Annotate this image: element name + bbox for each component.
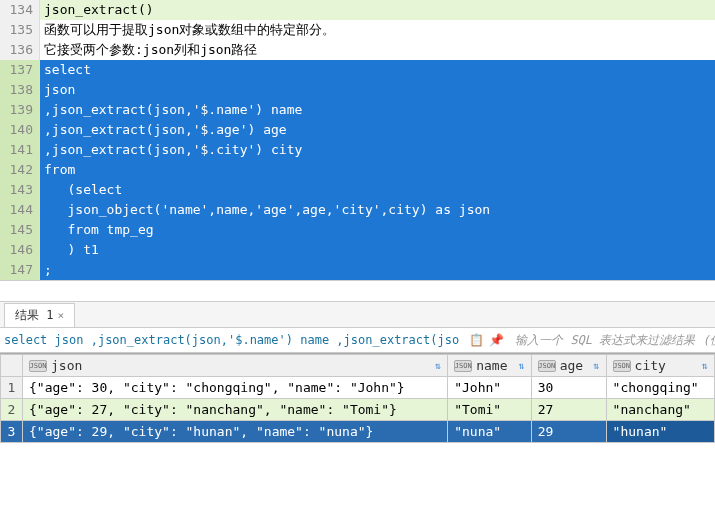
- code-text[interactable]: 函数可以用于提取json对象或数组中的特定部分。: [40, 20, 715, 40]
- code-line[interactable]: 136它接受两个参数:json列和json路径: [0, 40, 715, 60]
- code-line[interactable]: 135函数可以用于提取json对象或数组中的特定部分。: [0, 20, 715, 40]
- line-number: 136: [0, 40, 40, 60]
- line-number: 137: [0, 60, 40, 80]
- column-label: age: [560, 358, 583, 373]
- line-number: 138: [0, 80, 40, 100]
- code-text[interactable]: json_object('name',name,'age',age,'city'…: [40, 200, 715, 220]
- cell-city[interactable]: "hunan": [606, 421, 714, 443]
- close-icon[interactable]: ×: [57, 309, 64, 322]
- code-text[interactable]: ,json_extract(json,'$.name') name: [40, 100, 715, 120]
- code-line[interactable]: 145 from tmp_eg: [0, 220, 715, 240]
- cell-city[interactable]: "chongqing": [606, 377, 714, 399]
- column-header-age[interactable]: JSONage⇅: [531, 355, 606, 377]
- code-text[interactable]: json: [40, 80, 715, 100]
- code-line[interactable]: 137select: [0, 60, 715, 80]
- code-line[interactable]: 140,json_extract(json,'$.age') age: [0, 120, 715, 140]
- cell-age[interactable]: 30: [531, 377, 606, 399]
- line-number: 140: [0, 120, 40, 140]
- spacer: [0, 281, 715, 301]
- line-number: 147: [0, 260, 40, 280]
- cell-json[interactable]: {"age": 29, "city": "hunan", "name": "nu…: [23, 421, 448, 443]
- cell-json[interactable]: {"age": 30, "city": "chongqing", "name":…: [23, 377, 448, 399]
- code-text[interactable]: ) t1: [40, 240, 715, 260]
- line-number: 142: [0, 160, 40, 180]
- json-type-icon: JSON: [538, 360, 556, 372]
- corner-header[interactable]: [1, 355, 23, 377]
- code-line[interactable]: 134json_extract(): [0, 0, 715, 20]
- row-number[interactable]: 1: [1, 377, 23, 399]
- json-type-icon: JSON: [613, 360, 631, 372]
- query-bar: select json ,json_extract(json,'$.name')…: [0, 327, 715, 353]
- code-text[interactable]: json_extract(): [40, 0, 715, 20]
- table-row[interactable]: 2{"age": 27, "city": "nanchang", "name":…: [1, 399, 715, 421]
- copy-icon[interactable]: 📋: [467, 331, 485, 349]
- line-number: 134: [0, 0, 40, 20]
- filter-icon[interactable]: ⇅: [702, 360, 708, 371]
- table-row[interactable]: 1{"age": 30, "city": "chongqing", "name"…: [1, 377, 715, 399]
- line-number: 144: [0, 200, 40, 220]
- code-text[interactable]: select: [40, 60, 715, 80]
- code-text[interactable]: from tmp_eg: [40, 220, 715, 240]
- table-row[interactable]: 3{"age": 29, "city": "hunan", "name": "n…: [1, 421, 715, 443]
- code-editor[interactable]: 134json_extract()135函数可以用于提取json对象或数组中的特…: [0, 0, 715, 281]
- column-label: json: [51, 358, 82, 373]
- filter-input[interactable]: 输入一个 SQL 表达式来过滤结果 (使用: [509, 332, 715, 349]
- tab-label: 结果 1: [15, 307, 53, 324]
- code-line[interactable]: 146 ) t1: [0, 240, 715, 260]
- code-line[interactable]: 147;: [0, 260, 715, 280]
- column-label: name: [476, 358, 507, 373]
- cell-name[interactable]: "nuna": [448, 421, 532, 443]
- line-number: 139: [0, 100, 40, 120]
- column-header-name[interactable]: JSONname⇅: [448, 355, 532, 377]
- line-number: 141: [0, 140, 40, 160]
- json-type-icon: JSON: [29, 360, 47, 372]
- row-number[interactable]: 3: [1, 421, 23, 443]
- cell-name[interactable]: "Tomi": [448, 399, 532, 421]
- row-number[interactable]: 2: [1, 399, 23, 421]
- code-text[interactable]: 它接受两个参数:json列和json路径: [40, 40, 715, 60]
- code-text[interactable]: ,json_extract(json,'$.city') city: [40, 140, 715, 160]
- query-preview: select json ,json_extract(json,'$.name')…: [0, 333, 463, 347]
- result-tabs: 结果 1 ×: [0, 301, 715, 327]
- filter-icon[interactable]: ⇅: [519, 360, 525, 371]
- code-text[interactable]: ,json_extract(json,'$.age') age: [40, 120, 715, 140]
- line-number: 146: [0, 240, 40, 260]
- code-line[interactable]: 139,json_extract(json,'$.name') name: [0, 100, 715, 120]
- code-line[interactable]: 143 (select: [0, 180, 715, 200]
- filter-icon[interactable]: ⇅: [435, 360, 441, 371]
- tab-result-1[interactable]: 结果 1 ×: [4, 303, 75, 327]
- filter-icon[interactable]: ⇅: [594, 360, 600, 371]
- line-number: 143: [0, 180, 40, 200]
- code-line[interactable]: 142from: [0, 160, 715, 180]
- column-label: city: [635, 358, 666, 373]
- line-number: 135: [0, 20, 40, 40]
- cell-city[interactable]: "nanchang": [606, 399, 714, 421]
- code-line[interactable]: 144 json_object('name',name,'age',age,'c…: [0, 200, 715, 220]
- json-type-icon: JSON: [454, 360, 472, 372]
- code-line[interactable]: 138json: [0, 80, 715, 100]
- querybar-icons: 📋 📌: [463, 331, 509, 349]
- column-header-json[interactable]: JSONjson⇅: [23, 355, 448, 377]
- code-line[interactable]: 141,json_extract(json,'$.city') city: [0, 140, 715, 160]
- line-number: 145: [0, 220, 40, 240]
- pin-icon[interactable]: 📌: [487, 331, 505, 349]
- code-text[interactable]: from: [40, 160, 715, 180]
- result-grid[interactable]: JSONjson⇅JSONname⇅JSONage⇅JSONcity⇅1{"ag…: [0, 353, 715, 443]
- code-text[interactable]: (select: [40, 180, 715, 200]
- code-text[interactable]: ;: [40, 260, 715, 280]
- cell-age[interactable]: 27: [531, 399, 606, 421]
- column-header-city[interactable]: JSONcity⇅: [606, 355, 714, 377]
- cell-age[interactable]: 29: [531, 421, 606, 443]
- cell-name[interactable]: "John": [448, 377, 532, 399]
- cell-json[interactable]: {"age": 27, "city": "nanchang", "name": …: [23, 399, 448, 421]
